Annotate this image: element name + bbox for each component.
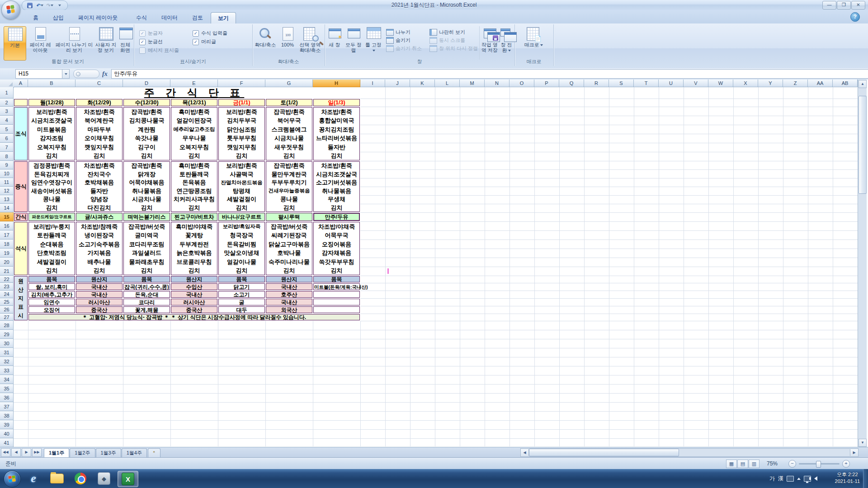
column-header-P[interactable]: P (534, 80, 559, 87)
table-cell-lunch-월(12/28)[interactable]: 검정콩밥/흰죽돈육김치찌개임연수엿장구이새송이버섯볶음콩나물김치 (28, 161, 75, 212)
column-header-H[interactable]: H (313, 80, 360, 87)
table-cell-origin-cell[interactable]: 수입산 (171, 283, 217, 290)
insert-worksheet-tab[interactable]: ＊ (148, 448, 160, 457)
normal-view-toggle[interactable]: ▦ (726, 460, 737, 468)
save-workspace-button[interactable]: 작업 영역 저장 (479, 26, 500, 60)
scroll-left-arrow[interactable]: ◀ (521, 449, 529, 456)
column-header-X[interactable]: X (733, 80, 758, 87)
table-cell-origin-cell[interactable]: 국내산 (76, 283, 123, 290)
column-header-A[interactable]: A (14, 80, 28, 87)
table-cell-day-header-토(1/2)[interactable]: 토(1/2) (266, 99, 312, 106)
sheet-tab-1월3주[interactable]: 1월3주 (96, 448, 121, 457)
table-cell-origin-cell[interactable]: 러시아산 (76, 299, 123, 305)
table-cell-origin-cell[interactable]: 쌀, 보리,흑미 (28, 283, 75, 290)
row-header-18[interactable]: 18 (0, 239, 14, 249)
column-header-R[interactable]: R (584, 80, 609, 87)
row-header-39[interactable]: 39 (0, 420, 14, 429)
table-cell-origin-cell[interactable]: 김치(배추,고추가루) (28, 291, 75, 298)
row-header-5[interactable]: 5 (0, 125, 14, 134)
table-cell-breakfast-토(1/2)[interactable]: 잡곡밥/흰죽북어무국스크램블에그시금치나물새우젓무침김치 (266, 107, 312, 160)
row-header-38[interactable]: 38 (0, 411, 14, 420)
table-cell-lunch-화(12/29)[interactable]: 차조밥/흰죽잔치국수호박채볶음돌자반양념장다진김치 (76, 161, 123, 212)
table-cell-day-header-일(1/3)[interactable]: 일(1/3) (313, 99, 360, 106)
vertical-scroll-thumb[interactable] (859, 96, 867, 194)
table-cell-origin-header[interactable]: 품목 (313, 276, 360, 282)
sheet-tab-1월1주[interactable]: 1월1주 (44, 448, 69, 457)
table-cell-lunch-토(1/2)[interactable]: 잡곡밥/흰죽물만두계란국두부두루치기건새우마늘종볶음콩나물김치 (266, 161, 312, 212)
table-cell-dinner-토(1/2)[interactable]: 잡곡밥/버섯죽씨레기된장국닭살고구마볶음호박나물숙주미나리나물김치 (266, 222, 312, 275)
table-cell-snack-label[interactable]: 간식 (14, 213, 28, 221)
table-cell-origin-cell[interactable]: 중국산 (171, 306, 217, 313)
scroll-right-arrow[interactable]: ▶ (850, 449, 858, 456)
volume-tray-icon[interactable] (814, 476, 817, 481)
table-cell-snack-목(12/31)[interactable]: 찐고구마/비트차 (171, 213, 217, 221)
row-header-15[interactable]: 15 (0, 212, 14, 221)
column-header-Y[interactable]: Y (758, 80, 783, 87)
first-sheet-button[interactable]: ◀◀ (1, 448, 10, 457)
row-header-1[interactable]: 1 (0, 87, 14, 99)
selected-cell-H15[interactable]: 만주/두유 (313, 213, 360, 221)
freeze-panes-button[interactable]: 틀 고정 (363, 26, 383, 60)
ribbon-tab-삽입[interactable]: 삽입 (46, 12, 71, 23)
table-cell-lunch-목(12/31)[interactable]: 흑미밥/흰죽토란들깨국돈육볶음연근땅콩조림치커리사과무침김치 (171, 161, 217, 212)
row-header-27[interactable]: 27 (0, 314, 14, 321)
split-button[interactable]: 나누기 (386, 28, 422, 36)
column-header-N[interactable]: N (485, 80, 509, 87)
table-cell-origin-cell[interactable]: 러시아산 (171, 299, 217, 305)
row-header-22[interactable]: 22 (0, 276, 14, 283)
start-button[interactable] (4, 470, 21, 488)
column-header-V[interactable]: V (684, 80, 708, 87)
custom-views-button[interactable]: 사용자 지정 보기 (94, 26, 118, 60)
ribbon-tab-수식[interactable]: 수식 (129, 12, 154, 23)
table-cell-origin-cell[interactable]: 대두 (218, 306, 265, 313)
table-cell-origin-cell[interactable] (313, 299, 360, 305)
table-cell-origin-cell[interactable]: 코다리 (123, 299, 170, 305)
table-cell-lunch-수(12/30)[interactable]: 잡곡밥/흰죽닭개장어묵야채볶음취나물볶음시금치나물김치 (123, 161, 170, 212)
column-header-J[interactable]: J (385, 80, 410, 87)
table-cell-origin-cell[interactable]: 외국산 (266, 306, 312, 313)
column-header-Q[interactable]: Q (559, 80, 584, 87)
row-header-37[interactable]: 37 (0, 402, 14, 411)
vertical-scrollbar[interactable]: ▲ ▼ (858, 80, 867, 447)
name-box-dropdown[interactable] (62, 69, 70, 79)
table-cell-origin-cell[interactable]: 굴 (218, 299, 265, 305)
help-button[interactable]: ? (850, 12, 860, 22)
row-header-16[interactable]: 16 (0, 221, 14, 230)
language-korean[interactable]: 가 (769, 475, 775, 483)
table-cell-origin-header[interactable]: 품목 (123, 276, 170, 282)
column-header-AB[interactable]: AB (833, 80, 858, 87)
table-cell-origin-header[interactable]: 품목 (218, 276, 265, 282)
row-header-3[interactable]: 3 (0, 107, 14, 116)
table-cell-dinner-label[interactable]: 석식 (14, 222, 28, 275)
hide-button[interactable]: 숨기기 (386, 36, 422, 44)
ribbon-tab-보기[interactable]: 보기 (211, 12, 236, 24)
zoom-level[interactable]: 75% (767, 460, 778, 467)
ribbon-tab-검토[interactable]: 검토 (185, 12, 210, 23)
page-break-preview-button[interactable]: 페이지 나누기 미리 보기 (55, 26, 93, 60)
table-cell-origin-label[interactable]: 원산지표시 (14, 276, 28, 320)
normal-view-button[interactable]: 기본 (4, 26, 26, 61)
table-cell-corner-label[interactable] (14, 99, 28, 106)
table-cell-day-header-목(12/31)[interactable]: 목(12/31) (171, 99, 217, 106)
office-button[interactable] (1, 0, 20, 19)
last-sheet-button[interactable]: ▶▶ (32, 448, 42, 457)
scroll-up-arrow[interactable]: ▲ (859, 80, 867, 88)
table-cell-snack-월(12/28)[interactable]: 파운드케잌/요구르트 (28, 213, 75, 221)
scroll-down-arrow[interactable]: ▼ (859, 439, 867, 447)
table-cell-breakfast-수(12/30)[interactable]: 잡곡밥/흰죽김치콩나물국계란찜쑥갓나물김구이김치 (123, 107, 170, 160)
table-cell-origin-header[interactable]: 원산지 (266, 276, 312, 282)
checkbox-수식 입력줄[interactable]: ✓수식 입력줄 (193, 29, 227, 38)
page-layout-view-button[interactable]: 페이지 레이아웃 (27, 26, 53, 60)
row-header-29[interactable]: 29 (0, 330, 14, 339)
taskbar-excel-icon[interactable]: X (118, 471, 138, 487)
row-header-32[interactable]: 32 (0, 357, 14, 366)
row-header-11[interactable]: 11 (0, 178, 14, 187)
row-header-24[interactable]: 24 (0, 291, 14, 298)
row-header-30[interactable]: 30 (0, 339, 14, 348)
hidden-icons-caret[interactable] (797, 478, 801, 480)
column-header-Z[interactable]: Z (783, 80, 808, 87)
row-header-9[interactable]: 9 (0, 161, 14, 169)
ribbon-tab-홈[interactable]: 홈 (26, 12, 45, 23)
horizontal-scroll-thumb[interactable] (529, 449, 679, 456)
row-header-21[interactable]: 21 (0, 267, 14, 276)
